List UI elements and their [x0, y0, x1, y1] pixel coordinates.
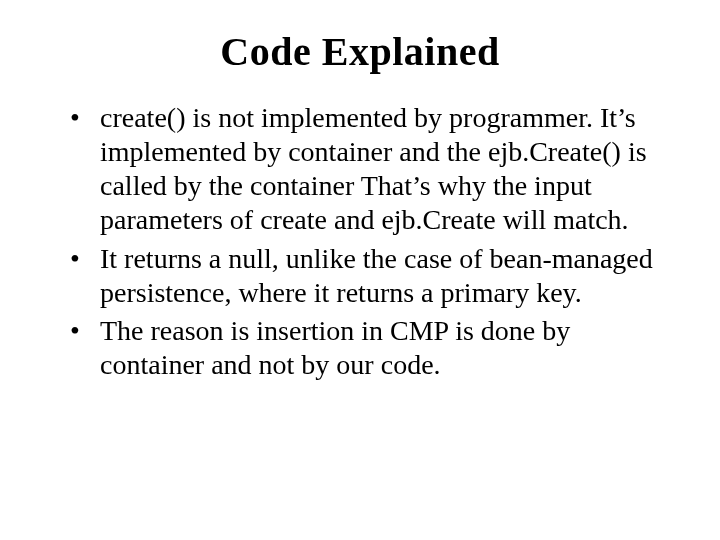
list-item: It returns a null, unlike the case of be…	[70, 242, 670, 310]
bullet-list: create() is not implemented by programme…	[50, 101, 670, 382]
list-item: The reason is insertion in CMP is done b…	[70, 314, 670, 382]
slide-title: Code Explained	[50, 28, 670, 75]
list-item: create() is not implemented by programme…	[70, 101, 670, 238]
slide: Code Explained create() is not implement…	[0, 0, 720, 540]
